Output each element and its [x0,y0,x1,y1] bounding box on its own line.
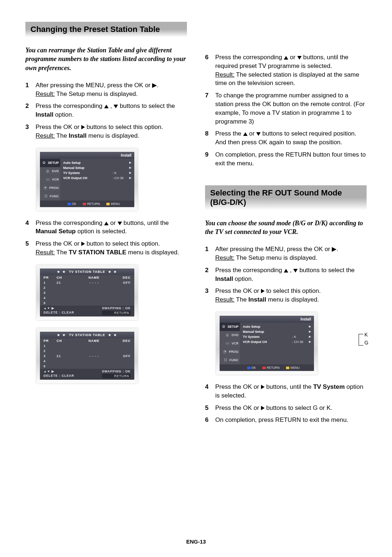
up-arrow-icon [243,132,248,136]
stars-icon: ★ ★ [57,333,66,337]
t: , [109,102,114,109]
rf-step-1: 1 After pressing the MENU, press the OK … [205,245,367,262]
stars-icon: ★ ★ [108,333,117,337]
osd-main: Auto Setup▶ Manual Setup▶ TV System: K▶ … [60,159,134,201]
table-row: 1 [40,343,134,348]
result-label: Result: [36,249,55,256]
osd-side-dvd: ◎DVD [40,167,60,175]
up-arrow-icon [284,269,288,273]
table-row: 5 [40,300,134,306]
right-arrow-icon [81,242,85,246]
install-label: Install [215,275,233,282]
stars-icon: ★ ★ [108,270,117,274]
t: Press the corresponding [215,54,284,61]
t: buttons, until the [122,219,169,226]
t: Press the corresponding [215,267,284,274]
step-3: 3 Press the OK or buttons to select this… [25,123,187,140]
t: option. [53,111,74,118]
rfout-intro: You can choose the sound mode (B/G or D/… [205,219,367,237]
table-row: 121- - - -OFF [40,280,134,285]
up-arrow-icon [104,222,109,225]
red-key-icon [83,203,86,205]
t: Press the corresponding [36,219,104,226]
heading-preset-text: Changing the Preset Station Table [30,25,182,34]
red-key-icon [262,367,266,369]
step-8: 8 Press the or buttons to select require… [205,129,367,147]
t: The Setup menu is displayed. [234,254,317,261]
t: Press the OK or [36,240,81,247]
result-label: Result: [215,71,234,78]
clock-icon: ◔ [222,349,227,354]
step-6: 6 Press the corresponding or buttons, un… [205,53,367,88]
step-7-text: To change the programme number assigned … [215,91,367,126]
rf-step-2: 2 Press the corresponding , buttons to s… [205,266,367,283]
disc-icon: ◎ [225,332,230,338]
t: Press the OK or [215,383,261,390]
down-arrow-icon [118,222,122,225]
tv-system-label: TV System [313,383,345,390]
gear-icon: ✿ [221,324,226,329]
step-9: 9 On completion, press the RETURN button… [205,150,367,168]
t: or [248,130,257,137]
preset-steps-1-3: 1 After pressing the MENU, press the OK … [25,81,187,140]
anno-g: G [364,340,368,346]
step-7: 7 To change the programme number assigne… [205,91,367,126]
step-1: 1 After pressing the MENU, press the OK … [25,81,187,98]
t: The [55,132,69,139]
t: buttons to select the [298,267,355,274]
table-row: 321- - - -OFF [40,354,134,359]
install-label: Install [36,111,53,118]
disc-icon: ◎ [45,169,50,174]
t: menu is displayed. [126,249,179,256]
table-row: 4 [40,295,134,300]
install-label: Install [69,132,86,139]
stbl-header: PR CH NAME DEC [40,275,134,280]
t: The [234,296,248,303]
heading-rfout: Selecting the RF OUT Sound Mode (B/G-D/K… [205,185,367,210]
yellow-key-icon [106,203,110,205]
blue-key-icon [68,203,71,205]
right-arrow-icon [261,385,265,389]
step-4: 4 Press the corresponding or buttons, un… [25,219,187,236]
t: buttons, until the [265,383,313,390]
t: to select this option. [265,287,321,294]
table-row: 4 [40,359,134,364]
right-arrow-icon [261,289,265,293]
rf-step-5: 5 Press the OK or buttons to select G or… [205,404,367,412]
func-icon: ☷ [43,194,48,199]
t: or [109,219,118,226]
tv-station-table-label: TV STATION TABLE [69,249,126,256]
t: or [288,54,297,61]
t: The [55,249,69,256]
table-row: 3 [40,290,134,295]
t: After pressing the MENU, press the OK or… [215,246,338,253]
stbl-footer: ▲▼ ▶ DELETE : CLEAR SWAPPING : OK RETURN [40,369,134,380]
anno-k: K [364,332,368,338]
t: option. [233,275,253,282]
tape-icon: ▭ [225,341,230,346]
stbl-footer: ▲▼ ▶ DELETE : CLEAR SWAPPING : OK RETURN [40,306,134,316]
t: Press the OK or [215,404,261,411]
result-label: Result: [215,254,234,261]
step-2: 2 Press the corresponding , buttons to s… [25,102,187,119]
step-9-text: On completion, press the RETURN button f… [215,150,367,168]
up-arrow-icon [284,56,288,60]
osd-install-menu-left: Install ✿SETUP ◎DVD ▭VCR ◔PROG ☷FUNC Aut… [36,148,138,211]
stbl-header: PR CH NAME DEC [40,338,134,343]
osd-install-menu-right: Install ✿SETUP ◎DVD ▭VCR ◔PROG ☷FUNC Aut… [216,312,318,375]
osd-side-setup: ✿SETUP [40,159,60,167]
step-6-result: The selected station is displayed at the… [215,71,359,87]
t: , [288,267,293,274]
yellow-key-icon [286,367,289,369]
preset-steps-4-5: 4 Press the corresponding or buttons, un… [25,219,187,257]
t: option is selected. [76,228,127,235]
osd-title: Install [40,152,134,159]
t: button to select this option. [85,240,160,247]
func-icon: ☷ [223,358,228,363]
right-arrow-icon [81,125,85,129]
tape-icon: ▭ [45,177,50,182]
rfout-steps-4-6: 4 Press the OK or buttons, until the TV … [205,383,367,424]
osd-station-table-b: ★ ★TV STATION TABLE★ ★ PR CH NAME DEC 12… [36,328,138,383]
t: Press the [215,130,243,137]
osd-title: Install [220,316,314,323]
